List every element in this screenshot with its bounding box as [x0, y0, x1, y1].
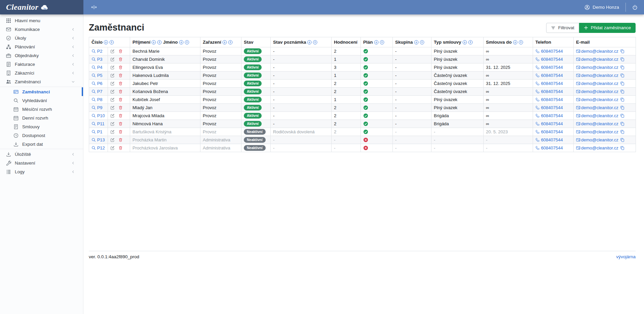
edit-icon[interactable]	[110, 65, 115, 70]
sort-asc-icon[interactable]	[468, 40, 473, 45]
sort-desc-icon[interactable]	[151, 40, 156, 45]
email-link[interactable]: demo@cleanitor.cz	[581, 49, 618, 54]
search-icon[interactable]	[91, 122, 96, 126]
sidebar-item-ukoly[interactable]: Úkoly	[0, 34, 83, 42]
phone-link[interactable]: 608407544	[541, 65, 563, 70]
search-icon[interactable]	[91, 57, 96, 61]
edit-icon[interactable]	[110, 105, 115, 110]
search-icon[interactable]	[91, 97, 96, 102]
sort-asc-icon[interactable]	[185, 40, 189, 45]
trash-icon[interactable]	[118, 130, 123, 134]
search-icon[interactable]	[91, 73, 96, 78]
trash-icon[interactable]	[118, 49, 123, 53]
edit-icon[interactable]	[110, 114, 115, 118]
sidebar-item-hlavni-menu[interactable]: Hlavní menu	[0, 16, 83, 25]
trash-icon[interactable]	[118, 146, 123, 150]
trash-icon[interactable]	[118, 105, 123, 110]
employee-detail-link[interactable]: P3	[97, 57, 103, 62]
email-link[interactable]: demo@cleanitor.cz	[581, 81, 618, 86]
phone-link[interactable]: 608407544	[541, 49, 563, 54]
sort-asc-icon[interactable]	[420, 40, 424, 45]
sidebar-subitem-vyhledavani[interactable]: Vyhledávání	[0, 96, 83, 105]
employee-detail-link[interactable]: P9	[97, 105, 103, 110]
search-icon[interactable]	[91, 114, 96, 118]
trash-icon[interactable]	[118, 138, 123, 142]
sort-asc-icon[interactable]	[228, 40, 233, 45]
copy-icon[interactable]	[620, 130, 624, 134]
sidebar-item-zakaznici[interactable]: Zákazníci	[0, 69, 83, 77]
logout-button[interactable]	[632, 5, 638, 10]
search-icon[interactable]	[91, 138, 96, 142]
filter-button[interactable]: Filtrovat	[546, 23, 579, 33]
edit-icon[interactable]	[110, 146, 115, 150]
sidebar-subitem-mesicni-rozvrh[interactable]: Měsíční rozvrh	[0, 105, 83, 114]
sidebar-item-planovani[interactable]: Plánování	[0, 42, 83, 51]
sidebar-subitem-smlouvy[interactable]: Smlouvy	[0, 122, 83, 131]
copy-icon[interactable]	[620, 146, 624, 150]
employee-detail-link[interactable]: P10	[97, 113, 105, 118]
sort-desc-icon[interactable]	[462, 40, 467, 45]
email-link[interactable]: demo@cleanitor.cz	[581, 121, 618, 126]
trash-icon[interactable]	[118, 57, 123, 61]
email-link[interactable]: demo@cleanitor.cz	[581, 97, 618, 102]
employee-detail-link[interactable]: P11	[97, 121, 105, 126]
sidebar-item-komunikace[interactable]: Komunikace	[0, 25, 83, 34]
copy-icon[interactable]	[620, 81, 624, 86]
email-link[interactable]: demo@cleanitor.cz	[581, 129, 618, 134]
sidebar-item-fakturace[interactable]: Fakturace	[0, 60, 83, 69]
sort-desc-icon[interactable]	[307, 40, 312, 45]
phone-link[interactable]: 608407544	[541, 113, 563, 118]
sidebar-item-nastaveni[interactable]: Nastavení	[0, 159, 83, 167]
edit-icon[interactable]	[110, 49, 115, 53]
edit-icon[interactable]	[110, 89, 115, 94]
employee-detail-link[interactable]: P1	[97, 129, 103, 134]
edit-icon[interactable]	[110, 138, 115, 142]
email-link[interactable]: demo@cleanitor.cz	[581, 145, 618, 150]
phone-link[interactable]: 608407544	[541, 145, 563, 150]
sort-desc-icon[interactable]	[513, 40, 518, 45]
search-icon[interactable]	[91, 81, 96, 86]
sort-desc-icon[interactable]	[104, 40, 108, 45]
email-link[interactable]: demo@cleanitor.cz	[581, 57, 618, 62]
copy-icon[interactable]	[620, 73, 624, 78]
phone-link[interactable]: 608407544	[541, 81, 563, 86]
sidebar-item-zamestnanci[interactable]: Zaměstnanci	[0, 77, 83, 86]
trash-icon[interactable]	[118, 89, 123, 94]
email-link[interactable]: demo@cleanitor.cz	[581, 73, 618, 78]
sidebar-item-logy[interactable]: Logy	[0, 167, 83, 176]
sidebar-subitem-denni-rozvrh[interactable]: Denní rozvrh	[0, 114, 83, 122]
edit-icon[interactable]	[110, 81, 115, 86]
copy-icon[interactable]	[620, 122, 624, 126]
sidebar-item-objednavky[interactable]: Objednávky	[0, 51, 83, 60]
copy-icon[interactable]	[620, 89, 624, 94]
employee-detail-link[interactable]: P6	[97, 81, 103, 86]
search-icon[interactable]	[91, 89, 96, 94]
copy-icon[interactable]	[620, 138, 624, 142]
sort-asc-icon[interactable]	[109, 40, 114, 45]
copy-icon[interactable]	[620, 105, 624, 110]
developer-link[interactable]: vývojárna	[616, 254, 636, 259]
email-link[interactable]: demo@cleanitor.cz	[581, 65, 618, 70]
sort-desc-icon[interactable]	[179, 40, 184, 45]
copy-icon[interactable]	[620, 65, 624, 70]
email-link[interactable]: demo@cleanitor.cz	[581, 105, 618, 110]
edit-icon[interactable]	[110, 130, 115, 134]
trash-icon[interactable]	[118, 81, 123, 86]
sidebar-subitem-export-dat[interactable]: Export dat	[0, 140, 83, 148]
sort-asc-icon[interactable]	[380, 40, 384, 45]
phone-link[interactable]: 608407544	[541, 137, 563, 142]
phone-link[interactable]: 608407544	[541, 129, 563, 134]
sort-desc-icon[interactable]	[414, 40, 419, 45]
sidebar-collapse-button[interactable]	[91, 4, 97, 10]
search-icon[interactable]	[91, 105, 96, 110]
sidebar-item-uloziste[interactable]: Úložiště	[0, 150, 83, 159]
search-icon[interactable]	[91, 65, 96, 70]
edit-icon[interactable]	[110, 57, 115, 61]
edit-icon[interactable]	[110, 97, 115, 102]
search-icon[interactable]	[91, 130, 96, 134]
add-employee-button[interactable]: Přidat zaměstnance	[579, 23, 636, 33]
sort-desc-icon[interactable]	[374, 40, 379, 45]
sidebar-subitem-zamestnanci-list[interactable]: Zaměstnanci	[0, 87, 83, 96]
sort-asc-icon[interactable]	[157, 40, 162, 45]
employee-detail-link[interactable]: P5	[97, 73, 103, 78]
